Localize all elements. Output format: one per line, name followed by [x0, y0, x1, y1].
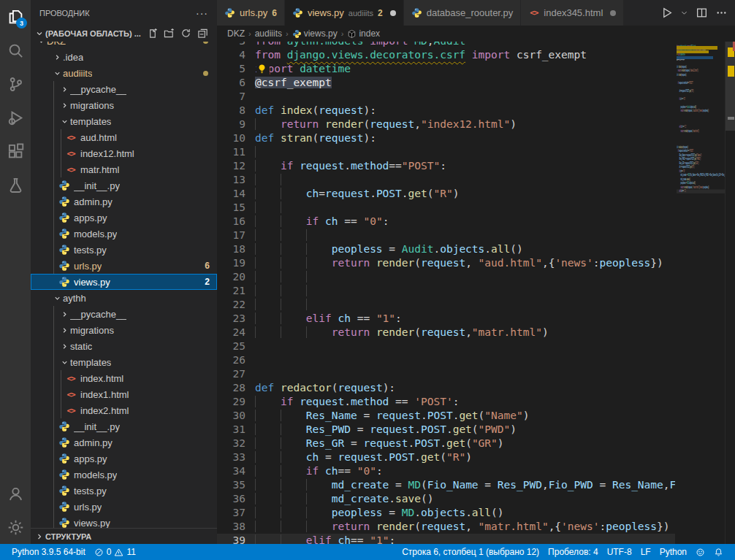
tree-file-aud.html[interactable]: <>aud.html	[31, 129, 217, 145]
tree-folder-migrations[interactable]: migrations	[31, 322, 217, 338]
outline-section-header[interactable]: СТРУКТУРА	[31, 528, 217, 544]
tree-file-tests.py[interactable]: tests.py	[31, 483, 217, 499]
code-line-16[interactable]: 16 if ch == "0":	[217, 215, 675, 229]
tree-file-apps.py[interactable]: apps.py	[31, 210, 217, 226]
code-line-8[interactable]: 8def index(request):	[217, 104, 675, 118]
code-line-34[interactable]: 34 if ch== "0":	[217, 464, 675, 478]
activity-source-control-button[interactable]	[0, 67, 31, 101]
code-line-22[interactable]: 22	[217, 298, 675, 312]
code-line-19[interactable]: 19 return render(request, "aud.html",{'n…	[217, 256, 675, 270]
tree-folder-__pycache__[interactable]: __pycache__	[31, 306, 217, 322]
tree-file-index.html[interactable]: <>index.html	[31, 370, 217, 386]
code-line-39[interactable]: 39 elif ch== "1":	[677, 189, 725, 193]
workspace-section-header[interactable]: (РАБОЧАЯ ОБЛАСТЬ) ...	[31, 26, 217, 42]
code-line-23[interactable]: 23 elif ch == "1":	[217, 312, 675, 326]
tree-file-admin.py[interactable]: admin.py	[31, 193, 217, 210]
code-line-30[interactable]: 30 Res_Name = request.POST.get("Name")	[217, 409, 675, 423]
activity-account-button[interactable]	[0, 477, 31, 510]
explorer-more-actions-icon[interactable]: ···	[196, 7, 208, 19]
unsaved-dot-indicator[interactable]	[390, 10, 396, 16]
feedback-item[interactable]	[691, 548, 709, 557]
code-line-18[interactable]: 18 peopless = Audit.objects.all()	[217, 242, 675, 256]
tree-file-urls.py[interactable]: urls.py	[31, 499, 217, 515]
tree-file-index12.html[interactable]: <>index12.html	[31, 145, 217, 161]
code-line-32[interactable]: 32 Res_GR = request.POST.get("GR")	[217, 437, 675, 450]
overview-ruler-scrollbar[interactable]	[725, 42, 735, 544]
code-scroll[interactable]: 3from aythh.models import MD,Audit4from …	[217, 42, 675, 544]
tab-views.py[interactable]: views.pyaudiiits2	[285, 0, 404, 26]
code-line-33[interactable]: 33 ch = request.POST.get("R")	[217, 450, 675, 464]
code-line-20[interactable]: 20	[217, 270, 675, 284]
cursor-position-item[interactable]: Строка 6, столбец 1 (выбрано 12)	[397, 547, 544, 557]
collapse-all-icon[interactable]	[197, 28, 208, 40]
code-line-6[interactable]: 6@csrf_exempt	[217, 76, 675, 90]
code-line-3[interactable]: 3from aythh.models import MD,Audit	[217, 42, 675, 48]
code-line-26[interactable]: 26	[217, 353, 675, 367]
breadcrumb-item-audiiits[interactable]: audiiits	[255, 28, 282, 39]
code-line-17[interactable]: 17	[217, 229, 675, 242]
code-line-21[interactable]: 21	[217, 284, 675, 298]
tree-file-index1.html[interactable]: <>index1.html	[31, 386, 217, 402]
tree-file-__init__.py[interactable]: __init__.py	[31, 177, 217, 193]
tree-folder-__pycache__[interactable]: __pycache__	[31, 81, 217, 97]
code-line-28[interactable]: 28def redactor(request):	[217, 381, 675, 395]
refresh-icon[interactable]	[180, 28, 191, 40]
code-line-27[interactable]: 27	[217, 367, 675, 381]
unsaved-dot-indicator[interactable]	[610, 10, 616, 16]
tree-file-views.py[interactable]: views.py2	[31, 274, 217, 290]
code-line-37[interactable]: 37 peopless = MD.objects.all()	[217, 506, 675, 520]
tree-folder-audiiits[interactable]: audiiits	[31, 65, 217, 81]
code-line-4[interactable]: 4from django.views.decorators.csrf impor…	[217, 48, 675, 62]
code-line-35[interactable]: 35 md_create = MD(Fio_Name = Res_PWD,Fio…	[217, 478, 675, 492]
tree-folder-DKZ[interactable]: DKZ	[31, 42, 217, 49]
code-line-7[interactable]: 7	[217, 90, 675, 104]
split-editor-icon[interactable]	[696, 7, 708, 19]
python-version-item[interactable]: Python 3.9.5 64-bit	[7, 544, 90, 560]
tree-file-tests.py[interactable]: tests.py	[31, 242, 217, 258]
tree-file-admin.py[interactable]: admin.py	[31, 434, 217, 450]
minimap[interactable]: 3from aythh.models import MD,Audit4from …	[675, 42, 725, 544]
more-actions-icon[interactable]	[715, 7, 728, 19]
indentation-item[interactable]: Пробелов: 4	[544, 547, 603, 557]
activity-search-button[interactable]	[0, 34, 31, 67]
activity-explorer-button[interactable]: 3	[0, 0, 31, 34]
tree-file-apps.py[interactable]: apps.py	[31, 450, 217, 467]
code-line-38[interactable]: 38 return render(request, "matr.html",{'…	[217, 520, 675, 534]
notifications-item[interactable]	[709, 548, 728, 557]
problems-item[interactable]: 0 11	[90, 544, 140, 560]
tree-folder-.idea[interactable]: .idea	[31, 49, 217, 65]
code-line-25[interactable]: 25	[217, 340, 675, 353]
tree-file-models.py[interactable]: models.py	[31, 467, 217, 483]
code-line-29[interactable]: 29 if request.method == 'POST':	[217, 395, 675, 409]
tree-file-index2.html[interactable]: <>index2.html	[31, 402, 217, 418]
code-line-24[interactable]: 24 return render(request,"matr.html")	[217, 326, 675, 340]
breadcrumb-item-DKZ[interactable]: DKZ	[227, 28, 245, 39]
language-mode-item[interactable]: Python	[655, 547, 691, 557]
run-icon[interactable]	[660, 7, 673, 19]
tree-file-models.py[interactable]: models.py	[31, 226, 217, 242]
activity-run-debug-button[interactable]	[0, 101, 31, 134]
tab-index345.html[interactable]: <>index345.html	[521, 0, 624, 26]
tree-file-matr.html[interactable]: <>matr.html	[31, 161, 217, 177]
tree-file-__init__.py[interactable]: __init__.py	[31, 418, 217, 434]
tree-folder-templates[interactable]: templates	[31, 354, 217, 370]
code-line-31[interactable]: 31 Res_PWD = request.POST.get("PWD")	[217, 423, 675, 437]
code-line-9[interactable]: 9 return render(request,"index12.html")	[217, 118, 675, 131]
code-line-39[interactable]: 39 elif ch== "1":	[217, 534, 675, 544]
tree-folder-migrations[interactable]: migrations	[31, 97, 217, 113]
tree-folder-templates[interactable]: templates	[31, 113, 217, 129]
breadcrumb-item-views.py[interactable]: views.py	[292, 28, 338, 39]
eol-item[interactable]: LF	[636, 547, 655, 557]
activity-settings-button[interactable]	[0, 510, 31, 544]
tree-folder-static[interactable]: static	[31, 338, 217, 354]
quick-fix-lightbulb-icon[interactable]	[256, 63, 270, 75]
activity-extensions-button[interactable]	[0, 134, 31, 168]
encoding-item[interactable]: UTF-8	[603, 547, 636, 557]
activity-testing-button[interactable]	[0, 168, 31, 202]
breadcrumb-item-index[interactable]: index	[347, 28, 380, 39]
code-line-10[interactable]: 10def stran(request):	[217, 131, 675, 145]
code-line-12[interactable]: 12 if request.method=="POST":	[217, 159, 675, 173]
code-line-13[interactable]: 13	[217, 173, 675, 187]
new-folder-icon[interactable]	[164, 28, 175, 40]
new-file-icon[interactable]	[147, 28, 158, 40]
